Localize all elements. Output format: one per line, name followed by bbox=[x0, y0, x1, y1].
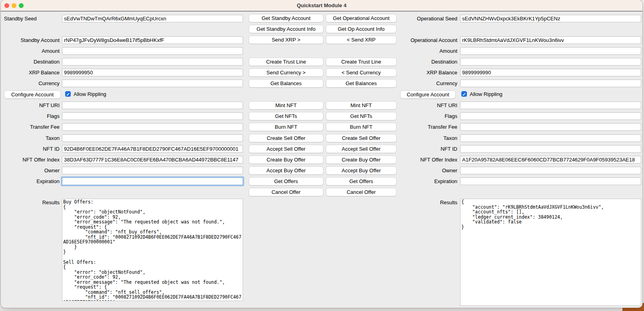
create-buy-offer-standby-button[interactable]: Create Buy Offer bbox=[249, 156, 323, 164]
create-trust-line-standby-button[interactable]: Create Trust Line bbox=[249, 58, 323, 66]
app-window: Quickstart Module 4 Standby Seed Standby… bbox=[1, 0, 642, 308]
accept-sell-offer-standby-button[interactable]: Accept Sell Offer bbox=[249, 145, 323, 153]
standby-nft-offer-index-label: NFT Offer Index bbox=[3, 157, 60, 163]
accept-buy-offer-operational-button[interactable]: Accept Buy Offer bbox=[326, 166, 397, 175]
get-op-account-info-button[interactable]: Get Op Account Info bbox=[326, 25, 397, 33]
send-xrp-right-button[interactable]: Send XRP > bbox=[249, 36, 323, 44]
standby-amount-label: Amount bbox=[3, 48, 60, 54]
operational-taxon-input[interactable] bbox=[460, 134, 641, 142]
standby-results-textarea[interactable]: Buy Offers: { "error": "objectNotFound",… bbox=[62, 199, 243, 301]
configure-account-operational-button[interactable]: Configure Account bbox=[400, 90, 456, 99]
get-balances-operational-button[interactable]: Get Balances bbox=[326, 79, 397, 88]
standby-taxon-input[interactable] bbox=[62, 134, 243, 142]
operational-seed-label: Operational Seed bbox=[399, 16, 457, 22]
get-offers-standby-button[interactable]: Get Offers bbox=[249, 177, 323, 185]
operational-owner-label: Owner bbox=[399, 167, 457, 174]
standby-account-label: Standby Account bbox=[3, 37, 60, 44]
operational-amount-label: Amount bbox=[399, 48, 457, 54]
operational-nft-uri-input[interactable] bbox=[460, 102, 641, 109]
operational-nft-id-label: NFT ID bbox=[399, 146, 457, 152]
accept-sell-offer-operational-button[interactable]: Accept Sell Offer bbox=[326, 145, 397, 153]
standby-taxon-label: Taxon bbox=[3, 135, 60, 142]
operational-results-textarea[interactable]: { "account": "rK9LBRhStdmtAaVdJXGVF1LnKW… bbox=[460, 199, 641, 306]
standby-flags-label: Flags bbox=[3, 113, 60, 120]
standby-owner-input[interactable] bbox=[62, 167, 243, 174]
standby-nft-uri-label: NFT URI bbox=[3, 102, 60, 109]
operational-taxon-label: Taxon bbox=[399, 135, 457, 142]
standby-owner-label: Owner bbox=[3, 167, 60, 174]
get-standby-account-info-button[interactable]: Get Standby Account Info bbox=[249, 25, 323, 33]
get-operational-account-button[interactable]: Get Operational Account bbox=[326, 14, 397, 22]
operational-results-label: Results bbox=[399, 199, 457, 206]
operational-flags-input[interactable] bbox=[460, 112, 641, 120]
operational-destination-label: Destination bbox=[399, 59, 457, 65]
get-standby-account-button[interactable]: Get Standby Account bbox=[249, 14, 323, 22]
operational-account-label: Operational Account bbox=[399, 37, 457, 44]
allow-rippling-standby-checkbox[interactable] bbox=[65, 91, 71, 97]
create-sell-offer-operational-button[interactable]: Create Sell Offer bbox=[326, 134, 397, 142]
mint-nft-standby-button[interactable]: Mint NFT bbox=[249, 101, 323, 110]
operational-seed-input[interactable] bbox=[460, 15, 641, 22]
window-title: Quickstart Module 4 bbox=[1, 2, 642, 8]
mint-nft-operational-button[interactable]: Mint NFT bbox=[326, 101, 397, 110]
allow-rippling-standby-label: Allow Rippling bbox=[74, 91, 106, 98]
standby-flags-input[interactable] bbox=[62, 112, 243, 120]
get-nfts-standby-button[interactable]: Get NFTs bbox=[249, 112, 323, 120]
create-sell-offer-standby-button[interactable]: Create Sell Offer bbox=[249, 134, 323, 142]
standby-results-label: Results bbox=[3, 199, 60, 206]
standby-nft-offer-index-input[interactable] bbox=[62, 156, 243, 163]
title-bar: Quickstart Module 4 bbox=[1, 0, 642, 12]
operational-nft-offer-index-label: NFT Offer Index bbox=[399, 157, 457, 163]
standby-expiration-input[interactable] bbox=[62, 177, 243, 185]
operational-expiration-input[interactable] bbox=[460, 177, 641, 185]
operational-owner-input[interactable] bbox=[460, 167, 641, 174]
burn-nft-standby-button[interactable]: Burn NFT bbox=[249, 123, 323, 131]
allow-rippling-operational-checkbox[interactable] bbox=[461, 91, 467, 97]
standby-destination-input[interactable] bbox=[62, 58, 243, 66]
standby-currency-input[interactable] bbox=[62, 80, 243, 87]
configure-account-standby-button[interactable]: Configure Account bbox=[4, 90, 61, 99]
operational-destination-input[interactable] bbox=[460, 58, 641, 66]
standby-transfer-fee-label: Transfer Fee bbox=[3, 124, 60, 130]
standby-nft-id-input[interactable] bbox=[62, 145, 243, 153]
get-nfts-operational-button[interactable]: Get NFTs bbox=[326, 112, 397, 120]
standby-destination-label: Destination bbox=[3, 59, 60, 65]
operational-currency-label: Currency bbox=[399, 80, 457, 87]
standby-nft-uri-input[interactable] bbox=[62, 102, 243, 109]
standby-amount-input[interactable] bbox=[62, 47, 243, 55]
accept-buy-offer-standby-button[interactable]: Accept Buy Offer bbox=[249, 166, 323, 175]
operational-amount-input[interactable] bbox=[460, 47, 641, 55]
operational-nft-id-input[interactable] bbox=[460, 145, 641, 153]
burn-nft-operational-button[interactable]: Burn NFT bbox=[326, 123, 397, 131]
get-balances-standby-button[interactable]: Get Balances bbox=[249, 79, 323, 88]
send-currency-right-button[interactable]: Send Currency > bbox=[249, 68, 323, 77]
send-xrp-left-button[interactable]: < Send XRP bbox=[326, 36, 397, 44]
operational-xrp-balance-label: XRP Balance bbox=[399, 70, 457, 76]
operational-account-input[interactable] bbox=[460, 36, 641, 44]
standby-seed-input[interactable] bbox=[62, 15, 243, 22]
get-offers-operational-button[interactable]: Get Offers bbox=[326, 177, 397, 185]
operational-flags-label: Flags bbox=[399, 113, 457, 120]
standby-transfer-fee-input[interactable] bbox=[62, 123, 243, 131]
standby-seed-label: Standby Seed bbox=[4, 16, 37, 22]
standby-expiration-label: Expiration bbox=[3, 178, 60, 185]
send-currency-left-button[interactable]: < Send Currency bbox=[326, 68, 397, 77]
standby-xrp-balance-input[interactable] bbox=[62, 69, 243, 76]
operational-xrp-balance-input[interactable] bbox=[460, 69, 641, 76]
cancel-offer-standby-button[interactable]: Cancel Offer bbox=[249, 188, 323, 196]
operational-currency-input[interactable] bbox=[460, 80, 641, 87]
standby-nft-id-label: NFT ID bbox=[3, 146, 60, 152]
standby-currency-label: Currency bbox=[3, 80, 60, 87]
cancel-offer-operational-button[interactable]: Cancel Offer bbox=[326, 188, 397, 196]
operational-transfer-fee-input[interactable] bbox=[460, 123, 641, 131]
standby-account-input[interactable] bbox=[62, 36, 243, 44]
operational-nft-uri-label: NFT URI bbox=[399, 102, 457, 109]
operational-expiration-label: Expiration bbox=[399, 178, 457, 185]
allow-rippling-operational-label: Allow Rippling bbox=[470, 91, 502, 98]
standby-xrp-balance-label: XRP Balance bbox=[3, 70, 60, 76]
create-buy-offer-operational-button[interactable]: Create Buy Offer bbox=[326, 156, 397, 164]
operational-transfer-fee-label: Transfer Fee bbox=[399, 124, 457, 130]
create-trust-line-operational-button[interactable]: Create Trust Line bbox=[326, 58, 397, 66]
operational-nft-offer-index-input[interactable] bbox=[460, 156, 641, 163]
